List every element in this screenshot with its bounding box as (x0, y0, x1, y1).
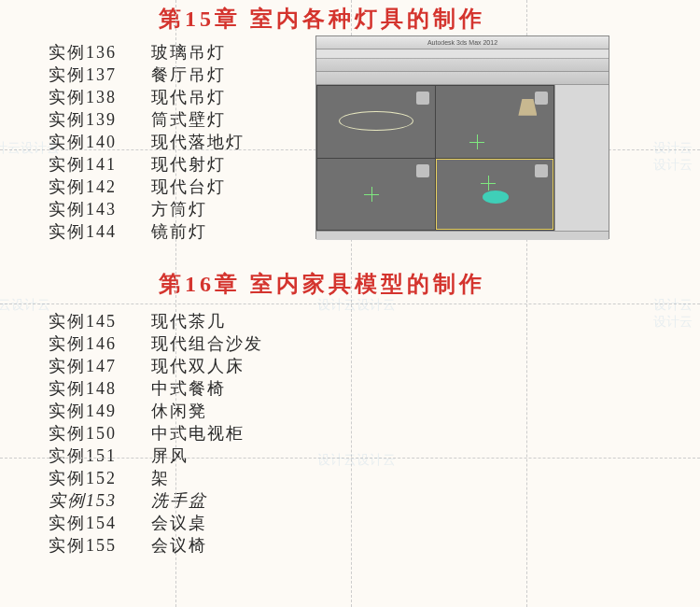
viewcube-icon (535, 92, 548, 105)
chapter-15-title: 第15章 室内各种灯具的制作 (159, 4, 700, 34)
list-item: 实例155会议椅 (49, 534, 700, 557)
command-panel (554, 85, 609, 231)
viewport-left (317, 159, 435, 231)
chapter-16-list: 实例145现代茶几 实例146现代组合沙发 实例147现代双人床 实例148中式… (49, 310, 700, 557)
list-item: 实例147现代双人床 (49, 355, 700, 377)
list-item: 实例145现代茶几 (49, 310, 700, 332)
list-item: 实例146现代组合沙发 (49, 332, 700, 355)
viewcube-icon (535, 164, 548, 177)
viewcube-icon (416, 92, 429, 105)
app-statusbar (316, 231, 609, 240)
viewport-top (317, 86, 435, 158)
embedded-3d-app-screenshot: Autodesk 3ds Max 2012 (315, 35, 609, 239)
viewport-perspective (436, 159, 553, 231)
list-item: 实例151屏风 (49, 445, 700, 467)
viewports (316, 85, 554, 231)
list-item: 实例153洗手盆 (49, 489, 700, 512)
list-item: 实例148中式餐椅 (49, 377, 700, 400)
list-item: 实例152架 (49, 467, 700, 489)
app-ribbon (316, 72, 609, 85)
list-item: 实例154会议桌 (49, 512, 700, 534)
app-titlebar: Autodesk 3ds Max 2012 (316, 36, 609, 49)
viewcube-icon (416, 164, 429, 177)
app-toolbar (316, 59, 609, 72)
viewport-front (436, 86, 553, 158)
list-item: 实例149休闲凳 (49, 400, 700, 422)
list-item: 实例150中式电视柜 (49, 422, 700, 445)
chapter-16-title: 第16章 室内家具模型的制作 (159, 269, 700, 299)
app-menubar (316, 49, 609, 59)
